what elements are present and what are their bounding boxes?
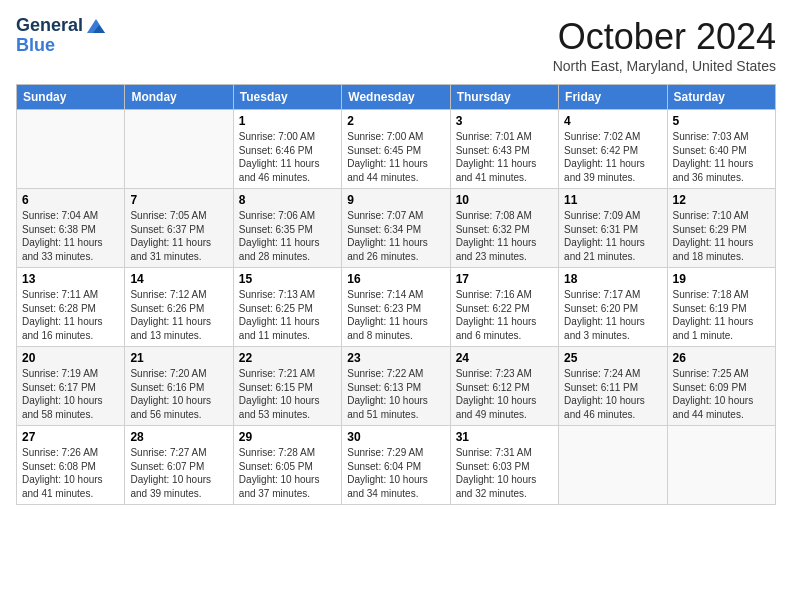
calendar-cell: 24Sunrise: 7:23 AM Sunset: 6:12 PM Dayli… — [450, 347, 558, 426]
day-number: 20 — [22, 351, 119, 365]
calendar-week-row: 27Sunrise: 7:26 AM Sunset: 6:08 PM Dayli… — [17, 426, 776, 505]
calendar-cell — [559, 426, 667, 505]
weekday-header: Thursday — [450, 85, 558, 110]
day-number: 28 — [130, 430, 227, 444]
logo-general: General — [16, 16, 83, 36]
day-number: 5 — [673, 114, 770, 128]
day-number: 30 — [347, 430, 444, 444]
calendar-cell: 17Sunrise: 7:16 AM Sunset: 6:22 PM Dayli… — [450, 268, 558, 347]
weekday-header: Saturday — [667, 85, 775, 110]
calendar-header-row: SundayMondayTuesdayWednesdayThursdayFrid… — [17, 85, 776, 110]
day-number: 15 — [239, 272, 336, 286]
weekday-header: Friday — [559, 85, 667, 110]
calendar-cell: 15Sunrise: 7:13 AM Sunset: 6:25 PM Dayli… — [233, 268, 341, 347]
logo-blue: Blue — [16, 36, 55, 56]
day-info: Sunrise: 7:08 AM Sunset: 6:32 PM Dayligh… — [456, 209, 553, 263]
calendar-cell: 30Sunrise: 7:29 AM Sunset: 6:04 PM Dayli… — [342, 426, 450, 505]
day-number: 29 — [239, 430, 336, 444]
day-info: Sunrise: 7:28 AM Sunset: 6:05 PM Dayligh… — [239, 446, 336, 500]
calendar-cell: 9Sunrise: 7:07 AM Sunset: 6:34 PM Daylig… — [342, 189, 450, 268]
day-number: 9 — [347, 193, 444, 207]
day-info: Sunrise: 7:16 AM Sunset: 6:22 PM Dayligh… — [456, 288, 553, 342]
day-number: 4 — [564, 114, 661, 128]
calendar-cell: 8Sunrise: 7:06 AM Sunset: 6:35 PM Daylig… — [233, 189, 341, 268]
calendar-cell: 6Sunrise: 7:04 AM Sunset: 6:38 PM Daylig… — [17, 189, 125, 268]
day-number: 22 — [239, 351, 336, 365]
day-number: 25 — [564, 351, 661, 365]
month-title: October 2024 — [553, 16, 776, 58]
weekday-header: Monday — [125, 85, 233, 110]
day-info: Sunrise: 7:11 AM Sunset: 6:28 PM Dayligh… — [22, 288, 119, 342]
day-info: Sunrise: 7:14 AM Sunset: 6:23 PM Dayligh… — [347, 288, 444, 342]
day-number: 27 — [22, 430, 119, 444]
calendar-cell: 10Sunrise: 7:08 AM Sunset: 6:32 PM Dayli… — [450, 189, 558, 268]
calendar-cell: 1Sunrise: 7:00 AM Sunset: 6:46 PM Daylig… — [233, 110, 341, 189]
day-number: 13 — [22, 272, 119, 286]
calendar-cell: 2Sunrise: 7:00 AM Sunset: 6:45 PM Daylig… — [342, 110, 450, 189]
logo: General Blue — [16, 16, 107, 56]
day-number: 2 — [347, 114, 444, 128]
calendar-cell: 13Sunrise: 7:11 AM Sunset: 6:28 PM Dayli… — [17, 268, 125, 347]
weekday-header: Sunday — [17, 85, 125, 110]
calendar-cell: 31Sunrise: 7:31 AM Sunset: 6:03 PM Dayli… — [450, 426, 558, 505]
calendar-cell: 5Sunrise: 7:03 AM Sunset: 6:40 PM Daylig… — [667, 110, 775, 189]
calendar-cell: 26Sunrise: 7:25 AM Sunset: 6:09 PM Dayli… — [667, 347, 775, 426]
calendar-cell: 27Sunrise: 7:26 AM Sunset: 6:08 PM Dayli… — [17, 426, 125, 505]
day-info: Sunrise: 7:00 AM Sunset: 6:46 PM Dayligh… — [239, 130, 336, 184]
calendar-cell: 16Sunrise: 7:14 AM Sunset: 6:23 PM Dayli… — [342, 268, 450, 347]
calendar-cell: 3Sunrise: 7:01 AM Sunset: 6:43 PM Daylig… — [450, 110, 558, 189]
day-info: Sunrise: 7:07 AM Sunset: 6:34 PM Dayligh… — [347, 209, 444, 263]
day-info: Sunrise: 7:19 AM Sunset: 6:17 PM Dayligh… — [22, 367, 119, 421]
calendar-week-row: 6Sunrise: 7:04 AM Sunset: 6:38 PM Daylig… — [17, 189, 776, 268]
day-info: Sunrise: 7:09 AM Sunset: 6:31 PM Dayligh… — [564, 209, 661, 263]
day-info: Sunrise: 7:12 AM Sunset: 6:26 PM Dayligh… — [130, 288, 227, 342]
calendar-cell: 28Sunrise: 7:27 AM Sunset: 6:07 PM Dayli… — [125, 426, 233, 505]
day-info: Sunrise: 7:21 AM Sunset: 6:15 PM Dayligh… — [239, 367, 336, 421]
day-number: 14 — [130, 272, 227, 286]
calendar-week-row: 20Sunrise: 7:19 AM Sunset: 6:17 PM Dayli… — [17, 347, 776, 426]
calendar-cell: 23Sunrise: 7:22 AM Sunset: 6:13 PM Dayli… — [342, 347, 450, 426]
day-number: 31 — [456, 430, 553, 444]
day-info: Sunrise: 7:05 AM Sunset: 6:37 PM Dayligh… — [130, 209, 227, 263]
day-info: Sunrise: 7:18 AM Sunset: 6:19 PM Dayligh… — [673, 288, 770, 342]
calendar-cell: 22Sunrise: 7:21 AM Sunset: 6:15 PM Dayli… — [233, 347, 341, 426]
calendar-cell — [17, 110, 125, 189]
day-info: Sunrise: 7:23 AM Sunset: 6:12 PM Dayligh… — [456, 367, 553, 421]
calendar-week-row: 13Sunrise: 7:11 AM Sunset: 6:28 PM Dayli… — [17, 268, 776, 347]
day-number: 19 — [673, 272, 770, 286]
calendar-cell: 4Sunrise: 7:02 AM Sunset: 6:42 PM Daylig… — [559, 110, 667, 189]
calendar-week-row: 1Sunrise: 7:00 AM Sunset: 6:46 PM Daylig… — [17, 110, 776, 189]
weekday-header: Tuesday — [233, 85, 341, 110]
page-header: General Blue October 2024 North East, Ma… — [16, 16, 776, 74]
title-block: October 2024 North East, Maryland, Unite… — [553, 16, 776, 74]
calendar-cell: 25Sunrise: 7:24 AM Sunset: 6:11 PM Dayli… — [559, 347, 667, 426]
day-number: 24 — [456, 351, 553, 365]
day-info: Sunrise: 7:03 AM Sunset: 6:40 PM Dayligh… — [673, 130, 770, 184]
calendar-cell: 21Sunrise: 7:20 AM Sunset: 6:16 PM Dayli… — [125, 347, 233, 426]
day-number: 18 — [564, 272, 661, 286]
day-info: Sunrise: 7:25 AM Sunset: 6:09 PM Dayligh… — [673, 367, 770, 421]
day-number: 7 — [130, 193, 227, 207]
day-info: Sunrise: 7:00 AM Sunset: 6:45 PM Dayligh… — [347, 130, 444, 184]
day-number: 10 — [456, 193, 553, 207]
day-info: Sunrise: 7:13 AM Sunset: 6:25 PM Dayligh… — [239, 288, 336, 342]
calendar-cell: 12Sunrise: 7:10 AM Sunset: 6:29 PM Dayli… — [667, 189, 775, 268]
calendar-cell: 7Sunrise: 7:05 AM Sunset: 6:37 PM Daylig… — [125, 189, 233, 268]
day-number: 3 — [456, 114, 553, 128]
day-info: Sunrise: 7:20 AM Sunset: 6:16 PM Dayligh… — [130, 367, 227, 421]
day-info: Sunrise: 7:04 AM Sunset: 6:38 PM Dayligh… — [22, 209, 119, 263]
day-info: Sunrise: 7:26 AM Sunset: 6:08 PM Dayligh… — [22, 446, 119, 500]
day-info: Sunrise: 7:22 AM Sunset: 6:13 PM Dayligh… — [347, 367, 444, 421]
calendar-cell: 11Sunrise: 7:09 AM Sunset: 6:31 PM Dayli… — [559, 189, 667, 268]
day-number: 21 — [130, 351, 227, 365]
calendar-cell: 19Sunrise: 7:18 AM Sunset: 6:19 PM Dayli… — [667, 268, 775, 347]
day-number: 26 — [673, 351, 770, 365]
day-info: Sunrise: 7:06 AM Sunset: 6:35 PM Dayligh… — [239, 209, 336, 263]
calendar-cell: 18Sunrise: 7:17 AM Sunset: 6:20 PM Dayli… — [559, 268, 667, 347]
calendar-cell — [667, 426, 775, 505]
day-info: Sunrise: 7:01 AM Sunset: 6:43 PM Dayligh… — [456, 130, 553, 184]
calendar-table: SundayMondayTuesdayWednesdayThursdayFrid… — [16, 84, 776, 505]
weekday-header: Wednesday — [342, 85, 450, 110]
logo-icon — [85, 17, 107, 35]
calendar-cell: 29Sunrise: 7:28 AM Sunset: 6:05 PM Dayli… — [233, 426, 341, 505]
